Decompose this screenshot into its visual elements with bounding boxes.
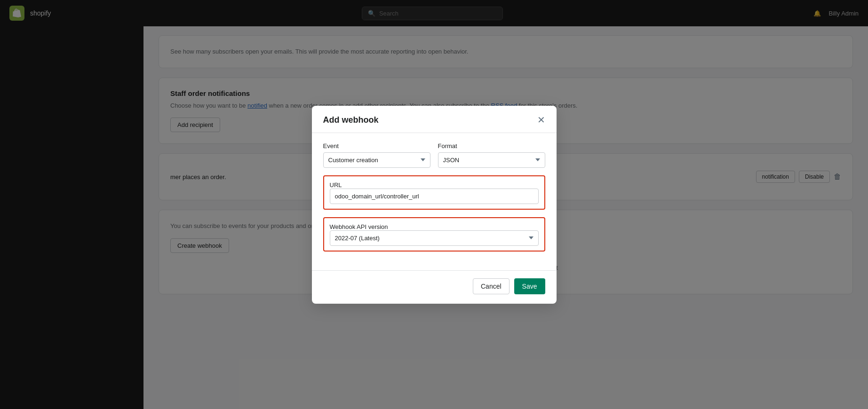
event-select[interactable]: Customer creation Order creation Order p…	[323, 152, 430, 168]
modal-footer: Cancel Save	[312, 270, 557, 304]
format-label: Format	[438, 142, 545, 149]
url-label: URL	[330, 181, 342, 189]
url-input[interactable]	[330, 189, 539, 204]
api-version-group: Webhook API version 2022-07 (Latest) 202…	[323, 217, 545, 252]
url-group: URL	[323, 175, 545, 210]
modal-body: Event Customer creation Order creation O…	[312, 133, 557, 270]
add-webhook-modal: Add webhook ✕ Event Customer creation Or…	[312, 106, 557, 304]
event-group: Event Customer creation Order creation O…	[323, 142, 430, 168]
modal-overlay: Add webhook ✕ Event Customer creation Or…	[0, 0, 868, 409]
modal-title: Add webhook	[323, 115, 379, 125]
api-version-select[interactable]: 2022-07 (Latest) 2022-04 2022-01 2021-10	[330, 230, 539, 246]
cancel-button[interactable]: Cancel	[473, 278, 510, 294]
format-group: Format JSON XML	[438, 142, 545, 168]
event-format-row: Event Customer creation Order creation O…	[323, 142, 545, 168]
api-version-label: Webhook API version	[330, 223, 388, 230]
modal-close-button[interactable]: ✕	[537, 115, 545, 125]
format-select[interactable]: JSON XML	[438, 152, 545, 168]
save-button[interactable]: Save	[514, 278, 545, 294]
event-label: Event	[323, 142, 430, 149]
modal-header: Add webhook ✕	[312, 106, 557, 133]
